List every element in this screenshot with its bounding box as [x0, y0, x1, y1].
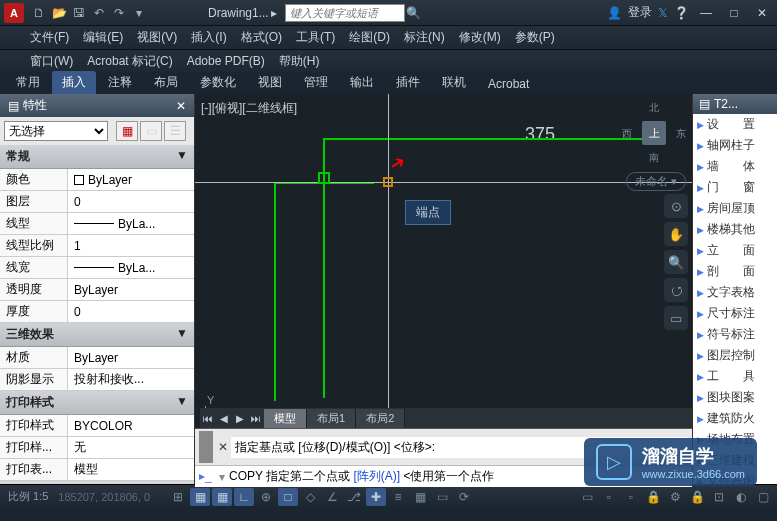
section-title[interactable]: 三维效果	[6, 326, 54, 343]
tool-palette-item[interactable]: ▶门 窗	[693, 177, 777, 198]
quick-view-drawings-icon[interactable]: ▫	[621, 488, 641, 506]
search-input[interactable]	[285, 4, 405, 22]
tool-palette-item[interactable]: ▶剖 面	[693, 261, 777, 282]
property-row[interactable]: 线型ByLa...	[0, 213, 194, 235]
property-value[interactable]: ByLayer	[68, 169, 194, 190]
property-value[interactable]: 1	[68, 235, 194, 256]
menu-item[interactable]: Adobe PDF(B)	[187, 54, 265, 68]
property-value[interactable]: 0	[68, 301, 194, 322]
collapse-icon[interactable]: ▼	[176, 326, 188, 343]
tab-last-icon[interactable]: ⏭	[248, 410, 264, 426]
tab-prev-icon[interactable]: ◀	[216, 410, 232, 426]
select-objects-icon[interactable]: ▭	[140, 121, 162, 141]
cmd-drag-handle[interactable]	[199, 431, 213, 463]
tab-next-icon[interactable]: ▶	[232, 410, 248, 426]
tool-palette-item[interactable]: ▶符号标注	[693, 324, 777, 345]
menu-item[interactable]: Acrobat 标记(C)	[87, 53, 172, 70]
property-value[interactable]: ByLayer	[68, 347, 194, 368]
close-button[interactable]: ✕	[751, 4, 773, 22]
tool-palette-item[interactable]: ▶图层控制	[693, 345, 777, 366]
tool-palette-item[interactable]: ▶房间屋顶	[693, 198, 777, 219]
orbit-icon[interactable]: ⭯	[664, 278, 688, 302]
qat-open-icon[interactable]: 📂	[50, 4, 68, 22]
menu-item[interactable]: 工具(T)	[296, 29, 335, 46]
menu-item[interactable]: 窗口(W)	[30, 53, 73, 70]
tab-first-icon[interactable]: ⏮	[200, 410, 216, 426]
tool-palette-item[interactable]: ▶设 置	[693, 114, 777, 135]
tool-palette-item[interactable]: ▶图块图案	[693, 387, 777, 408]
menu-item[interactable]: 参数(P)	[515, 29, 555, 46]
pickadd-icon[interactable]: ☰	[164, 121, 186, 141]
section-title[interactable]: 打印样式	[6, 394, 54, 411]
tool-palette-item[interactable]: ▶尺寸标注	[693, 303, 777, 324]
menu-item[interactable]: 视图(V)	[137, 29, 177, 46]
tool-palette-item[interactable]: ▶三维建模	[693, 450, 777, 471]
tool-palette-item[interactable]: ▶文字表格	[693, 282, 777, 303]
ucs-name[interactable]: 未命名 ▾	[626, 172, 686, 191]
tool-palette-item[interactable]: ▶建筑防火	[693, 408, 777, 429]
toolbar-lock-icon[interactable]: 🔒	[687, 488, 707, 506]
search-icon[interactable]: 🔍	[405, 4, 423, 22]
tool-palette-item[interactable]: ▶轴网柱子	[693, 135, 777, 156]
exchange-icon[interactable]: 𝕏	[658, 6, 668, 20]
ribbon-tab[interactable]: 管理	[294, 71, 338, 94]
collapse-icon[interactable]: ▼	[176, 394, 188, 411]
full-nav-wheel-icon[interactable]: ⊙	[664, 194, 688, 218]
layout-tab[interactable]: 布局1	[307, 409, 356, 428]
workspace-switching-icon[interactable]: ⚙	[665, 488, 685, 506]
panel-pin-icon[interactable]: ▤	[8, 99, 19, 113]
annotation-scale-icon[interactable]: 🔒	[643, 488, 663, 506]
viewcube[interactable]: 北 南 东 西 上	[620, 99, 688, 167]
scale-display[interactable]: 比例 1:5	[4, 489, 52, 504]
panel-close-icon[interactable]: ✕	[176, 99, 186, 113]
ribbon-tab[interactable]: 插件	[386, 71, 430, 94]
property-row[interactable]: 颜色ByLayer	[0, 169, 194, 191]
user-icon[interactable]: 👤	[607, 6, 622, 20]
menu-item[interactable]: 格式(O)	[241, 29, 282, 46]
collapse-icon[interactable]: ▼	[176, 148, 188, 165]
property-row[interactable]: 线宽ByLa...	[0, 257, 194, 279]
menu-item[interactable]: 编辑(E)	[83, 29, 123, 46]
qat-save-icon[interactable]: 🖫	[70, 4, 88, 22]
clean-screen-icon[interactable]: ▢	[753, 488, 773, 506]
property-value[interactable]: 投射和接收...	[68, 369, 194, 390]
grid-display-icon[interactable]: ▦	[212, 488, 232, 506]
rpanel-pin-icon[interactable]: ▤	[699, 97, 710, 111]
showmotion-icon[interactable]: ▭	[664, 306, 688, 330]
transparency-icon[interactable]: ▦	[410, 488, 430, 506]
pan-icon[interactable]: ✋	[664, 222, 688, 246]
snap-mode-icon[interactable]: ▦	[190, 488, 210, 506]
menu-item[interactable]: 修改(M)	[459, 29, 501, 46]
infer-constraints-icon[interactable]: ⊞	[168, 488, 188, 506]
ducs-icon[interactable]: ⎇	[344, 488, 364, 506]
ribbon-tab[interactable]: 注释	[98, 71, 142, 94]
property-row[interactable]: 线型比例1	[0, 235, 194, 257]
3dosnap-icon[interactable]: ◇	[300, 488, 320, 506]
tool-palette-item[interactable]: ▶立 面	[693, 240, 777, 261]
menu-item[interactable]: 标注(N)	[404, 29, 445, 46]
tool-palette-item[interactable]: ▶墙 体	[693, 156, 777, 177]
quick-properties-icon[interactable]: ▭	[432, 488, 452, 506]
quick-select-icon[interactable]: ▦	[116, 121, 138, 141]
tool-palette-item[interactable]: ▶场地布置	[693, 429, 777, 450]
ribbon-tab[interactable]: 联机	[432, 71, 476, 94]
ortho-mode-icon[interactable]: ∟	[234, 488, 254, 506]
property-row[interactable]: 透明度ByLayer	[0, 279, 194, 301]
ribbon-tab[interactable]: 插入	[52, 71, 96, 94]
model-space-button[interactable]: ▭	[577, 488, 597, 506]
selection-cycling-icon[interactable]: ⟳	[454, 488, 474, 506]
property-value[interactable]: 0	[68, 191, 194, 212]
isolate-objects-icon[interactable]: ◐	[731, 488, 751, 506]
maximize-button[interactable]: □	[723, 4, 745, 22]
cmd-current[interactable]: COPY 指定第二个点或 [阵列(A)] <使用第一个点作	[229, 468, 494, 485]
tool-palette-item[interactable]: ▶文件布图	[693, 471, 777, 484]
qat-dropdown-icon[interactable]: ▾	[130, 4, 148, 22]
layout-tab[interactable]: 布局2	[356, 409, 405, 428]
ribbon-tab[interactable]: Acrobat	[478, 74, 539, 94]
property-row[interactable]: 材质ByLayer	[0, 347, 194, 369]
ribbon-tab[interactable]: 常用	[6, 71, 50, 94]
qat-redo-icon[interactable]: ↷	[110, 4, 128, 22]
recent-cmd-icon[interactable]: ▾	[219, 470, 225, 484]
viewport-label[interactable]: [-][俯视][二维线框]	[201, 100, 297, 117]
property-row[interactable]: 打印表...模型	[0, 459, 194, 481]
